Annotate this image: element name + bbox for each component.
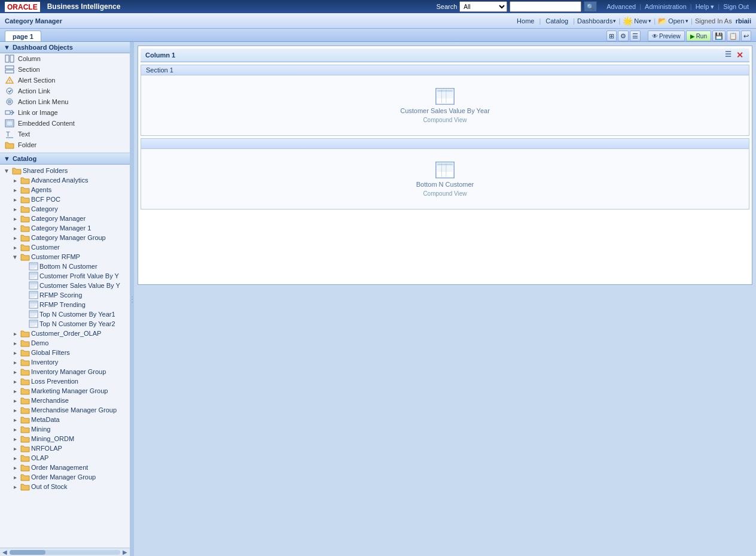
tab-page1[interactable]: page 1 (5, 31, 41, 41)
revert-button[interactable]: ↩ (741, 31, 751, 41)
save-button[interactable]: 💾 (712, 31, 725, 41)
catalog-item-18[interactable]: ▸ MetaData (11, 415, 127, 424)
catalog-child-8-1[interactable]: Customer Profit Value By Y (19, 271, 127, 281)
catalog-item-17[interactable]: ▸ Merchandise Manager Group (11, 405, 127, 415)
catalog-item-4[interactable]: ▸ Category Manager (11, 214, 127, 223)
catalog-item-11[interactable]: ▸ Global Filters (11, 348, 127, 357)
preview-icon: 👁 (652, 33, 658, 40)
catalog-item-7[interactable]: ▸ Customer (11, 242, 127, 252)
catalog-header[interactable]: ▼ Catalog (0, 153, 130, 165)
catalog-item-2[interactable]: ▸ BCF POC (11, 195, 127, 204)
column-icon (5, 54, 14, 63)
add-section-button[interactable]: ⊞ (606, 31, 617, 41)
catalog-item-3[interactable]: ▸ Category (11, 204, 127, 214)
scroll-left-arrow[interactable]: ◀ (1, 549, 8, 555)
run-button[interactable]: ▶ Run (686, 31, 711, 41)
catalog-item-15[interactable]: ▸ Marketing Manager Group (11, 386, 127, 396)
catalog-item-23[interactable]: ▸ Order Management (11, 463, 127, 472)
catalog-item-9[interactable]: ▸ Customer_Order_OLAP (11, 329, 127, 338)
catalog-item-13[interactable]: ▸ Inventory Manager Group (11, 367, 127, 376)
catalog-item-10[interactable]: ▸ Demo (11, 338, 127, 348)
catalog-label-12: Inventory (31, 358, 58, 366)
dash-item-link-image[interactable]: Link or Image (0, 107, 130, 118)
catalog-item-19[interactable]: ▸ Mining (11, 424, 127, 434)
home-link[interactable]: Home (514, 17, 536, 25)
tree-item-shared-folders[interactable]: ▼ Shared Folders (2, 166, 127, 175)
dash-item-folder[interactable]: Folder (0, 139, 130, 150)
catalog-children-8: Bottom N Customer Customer Profit Value … (11, 262, 127, 329)
column-close-icon[interactable]: ✕ (735, 50, 745, 60)
properties-button[interactable]: ⚙ (618, 31, 629, 41)
advanced-link[interactable]: Advanced (604, 3, 638, 10)
expand-icon-20: ▸ (11, 436, 19, 442)
catalog-item-20[interactable]: ▸ Mining_ORDM (11, 434, 127, 443)
main-area: ▼ Dashboard Objects Column Section (0, 42, 756, 556)
content-area: Column 1 ☰ ✕ Section 1 (134, 42, 756, 556)
expand-icon-16: ▸ (11, 397, 19, 404)
dashboard-objects-header[interactable]: ▼ Dashboard Objects (0, 42, 130, 53)
dash-item-column[interactable]: Column (0, 53, 130, 64)
expand-icon-17: ▸ (11, 407, 19, 414)
catalog-child-8-0[interactable]: Bottom N Customer (19, 262, 127, 271)
customer-sales-sublabel: Compound View (423, 117, 467, 123)
open-dropdown[interactable]: 📂 Open▾ (658, 17, 688, 25)
catalog-item-21[interactable]: ▸ NRFOLAP (11, 443, 127, 453)
catalog-link[interactable]: Catalog (543, 17, 571, 25)
catalog-child-8-3[interactable]: RFMP Scoring (19, 290, 127, 300)
catalog-child-8-2[interactable]: Customer Sales Value By Y (19, 281, 127, 290)
new-dropdown[interactable]: 🌟 New▾ (623, 16, 651, 26)
catalog-item-5[interactable]: ▸ Category Manager 1 (11, 223, 127, 233)
save-as-button[interactable]: 📋 (727, 31, 740, 41)
scroll-right-arrow[interactable]: ▶ (121, 549, 129, 555)
catalog-child-8-6[interactable]: Top N Customer By Year2 (19, 319, 127, 329)
catalog-item-1[interactable]: ▸ Agents (11, 185, 127, 195)
help-link[interactable]: Help ▾ (693, 3, 717, 11)
administration-link[interactable]: Administration (642, 3, 689, 10)
catalog-child-8-4[interactable]: RFMP Trending (19, 300, 127, 309)
folder-icon-13 (20, 367, 30, 376)
dash-item-alert-section[interactable]: Alert Section (0, 75, 130, 86)
catalog-label-8: Customer RFMP (31, 253, 80, 260)
catalog-item-6[interactable]: ▸ Category Manager Group (11, 233, 127, 242)
top-bar: ORACLE Business Intelligence Search All … (0, 0, 756, 13)
horizontal-scrollbar[interactable]: ◀ ▶ (0, 548, 130, 556)
catalog-label-11: Global Filters (31, 349, 70, 356)
catalog-child-8-5[interactable]: Top N Customer By Year1 (19, 309, 127, 319)
folder-icon-15 (20, 387, 30, 395)
svg-rect-66 (437, 165, 453, 166)
catalog-item-22[interactable]: ▸ OLAP (11, 453, 127, 463)
customer-sales-widget[interactable]: Customer Sales Value By Year Compound Vi… (400, 88, 490, 123)
svg-rect-15 (7, 121, 13, 126)
catalog-child-label-8-1: Customer Profit Value By Y (39, 272, 119, 279)
dashboards-dropdown[interactable]: Dashboards▾ (577, 17, 616, 25)
catalog-item-25[interactable]: ▸ Out of Stock (11, 482, 127, 491)
catalog-child-label-8-3: RFMP Scoring (39, 291, 82, 299)
dash-objects-title: Dashboard Objects (13, 44, 73, 51)
dash-item-action-link-label: Action Link (18, 87, 50, 95)
dash-item-section[interactable]: Section (0, 64, 130, 75)
dash-item-action-menu[interactable]: Action Link Menu (0, 96, 130, 107)
catalog-title: Catalog (13, 155, 36, 162)
catalog-item-14[interactable]: ▸ Loss Prevention (11, 376, 127, 386)
catalog-item-24[interactable]: ▸ Order Manager Group (11, 472, 127, 482)
catalog-item-8[interactable]: ▼ Customer RFMP (11, 252, 127, 262)
dash-item-embedded[interactable]: Embedded Content (0, 118, 130, 129)
folder-icon-5 (20, 224, 30, 232)
search-input[interactable] (510, 1, 581, 12)
expand-icon-10: ▸ (11, 340, 19, 347)
catalog-item-12[interactable]: ▸ Inventory (11, 357, 127, 367)
preview-button[interactable]: 👁 Preview (648, 31, 685, 41)
settings-button[interactable]: ☰ (630, 31, 641, 41)
bottom-n-widget[interactable]: Bottom N Customer Compound View (416, 162, 474, 197)
embedded-content-icon (5, 119, 14, 127)
dash-item-action-link[interactable]: Action Link (0, 86, 130, 96)
catalog-item-16[interactable]: ▸ Merchandise (11, 396, 127, 405)
folder-icon-2 (20, 195, 30, 203)
signout-link[interactable]: Sign Out (721, 3, 751, 10)
column-menu-icon[interactable]: ☰ (724, 50, 733, 60)
search-button[interactable]: 🔍 (584, 1, 597, 12)
dash-item-text[interactable]: T Text (0, 129, 130, 139)
catalog-item-0[interactable]: ▸ Advanced Analytics (11, 175, 127, 185)
column-container: Column 1 ☰ ✕ Section 1 (138, 45, 752, 285)
search-dropdown[interactable]: All Dashboards Reports (459, 1, 507, 12)
